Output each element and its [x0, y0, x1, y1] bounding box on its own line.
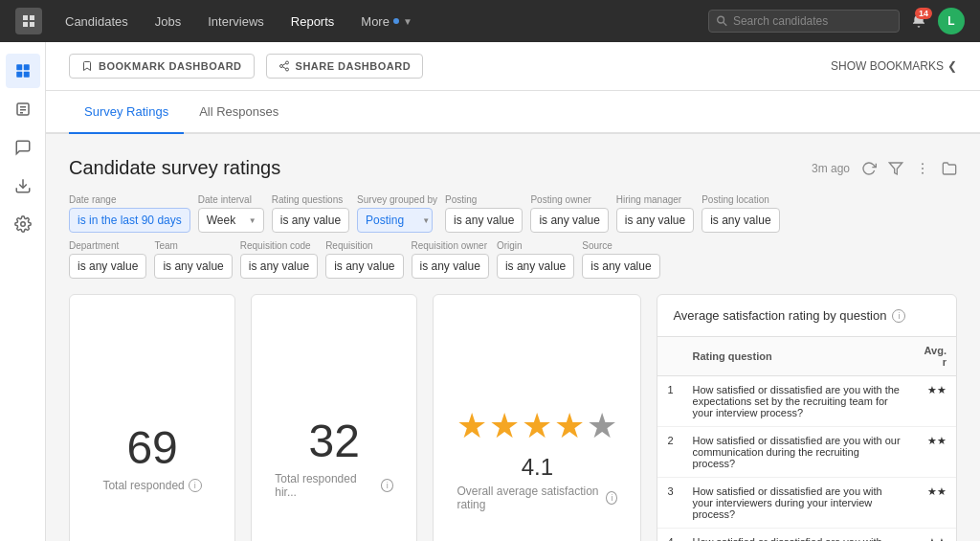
report-area: Candidate survey ratings 3m ago	[46, 134, 980, 541]
table-row: 1 How satisfied or dissatisfied are you …	[657, 376, 956, 427]
sidebar-item-dashboard[interactable]	[6, 54, 40, 88]
svg-point-19	[922, 168, 924, 169]
svg-point-13	[279, 65, 282, 68]
filter-source: Source is any value	[582, 240, 659, 279]
svg-rect-4	[16, 72, 22, 78]
team-select[interactable]: is any value	[154, 254, 232, 279]
hiring-manager-select[interactable]: is any value	[616, 208, 694, 233]
requisition-select[interactable]: is any value	[325, 254, 403, 279]
source-select[interactable]: is any value	[582, 254, 659, 279]
date-interval-select[interactable]: Week	[198, 208, 264, 233]
show-bookmarks-button[interactable]: SHOW BOOKMARKS ❮	[831, 59, 957, 73]
requisition-owner-select[interactable]: is any value	[412, 254, 489, 279]
overall-rating-value: 4.1	[522, 454, 553, 481]
star-2: ★	[489, 406, 520, 446]
star-3: ★	[522, 406, 552, 446]
search-input[interactable]	[733, 14, 891, 28]
bookmark-label: BOOKMARK DASHBOARD	[99, 60, 242, 72]
row-num: 4	[657, 529, 682, 542]
svg-point-20	[922, 171, 924, 173]
posting-label: Posting	[445, 194, 523, 205]
requisition-code-select[interactable]: is any value	[240, 254, 318, 279]
row-stars: ★★	[912, 478, 956, 529]
nav-candidates[interactable]: Candidates	[54, 9, 140, 34]
row-stars: ★★	[912, 529, 956, 542]
filter-date-range: Date range is in the last 90 days	[69, 194, 190, 233]
notification-count: 14	[915, 8, 932, 19]
metric-total-responded: 69 Total responded i	[69, 294, 235, 541]
row-stars: ★★	[912, 376, 956, 427]
user-avatar[interactable]: L	[938, 8, 965, 34]
sidebar-item-settings[interactable]	[6, 207, 40, 241]
department-select[interactable]: is any value	[69, 254, 146, 279]
nav-reports[interactable]: Reports	[279, 9, 346, 34]
nav-jobs[interactable]: Jobs	[144, 9, 192, 34]
metric-total-responded-hired: 32 Total responded hir... i	[251, 294, 417, 541]
table-row: 3 How satisfied or dissatisfied are you …	[657, 478, 956, 529]
team-label: Team	[154, 240, 232, 251]
more-options-icon[interactable]	[915, 161, 930, 176]
rating-table-title: Average satisfaction rating by question …	[657, 295, 956, 337]
row-question: How satisfied or dissatisfied are you wi…	[683, 478, 913, 529]
row-question: How satisfied or dissatisfied are you wi…	[683, 376, 913, 427]
tab-all-responses[interactable]: All Responses	[184, 91, 294, 134]
metrics-grid: 69 Total responded i 32 Total responded …	[69, 294, 957, 541]
posting-location-select[interactable]: is any value	[702, 208, 779, 233]
table-row: 4 How satisfied or dissatisfied are you …	[657, 529, 956, 542]
chevron-down-icon: ▼	[403, 16, 412, 27]
origin-select[interactable]: is any value	[497, 254, 574, 279]
filter-rating-questions: Rating questions is any value	[272, 194, 349, 233]
total-responded-value: 69	[126, 425, 177, 471]
sidebar-item-download[interactable]	[6, 169, 40, 203]
date-interval-wrapper: Week	[198, 208, 264, 233]
metric-overall-rating: ★ ★ ★ ★ ★ 4.1 Overall average satisfacti…	[433, 294, 641, 541]
search-box	[708, 10, 900, 33]
svg-point-12	[285, 61, 288, 64]
svg-rect-2	[16, 64, 22, 70]
folder-icon[interactable]	[942, 161, 957, 176]
app-logo[interactable]	[15, 8, 42, 34]
share-label: SHARE DASHBOARD	[296, 60, 412, 72]
filter-origin: Origin is any value	[497, 240, 574, 279]
sidebar-item-messages[interactable]	[6, 130, 40, 165]
filters-row-2: Department is any value Team is any valu…	[69, 240, 957, 279]
filter-hiring-manager: Hiring manager is any value	[616, 194, 694, 233]
filter-survey-grouped-by: Survey grouped by Posting	[357, 194, 437, 233]
posting-select[interactable]: is any value	[445, 208, 523, 233]
svg-line-16	[282, 63, 285, 65]
total-responded-label: Total responded i	[102, 479, 201, 492]
survey-grouped-by-select[interactable]: Posting	[357, 208, 433, 233]
filter-requisition-owner: Requisition owner is any value	[412, 240, 489, 279]
posting-owner-label: Posting owner	[530, 194, 608, 205]
nav-more[interactable]: More ▼	[349, 9, 424, 34]
rating-table: Rating question Avg. r 1 How satisfied o…	[657, 337, 956, 541]
table-col-question: Rating question	[683, 337, 913, 376]
svg-point-0	[718, 16, 724, 23]
nav-more-label: More	[361, 14, 390, 29]
overall-rating-info-icon: i	[606, 491, 617, 505]
sidebar-item-reports[interactable]	[6, 92, 40, 126]
rating-questions-select[interactable]: is any value	[272, 208, 349, 233]
nav-interviews[interactable]: Interviews	[196, 9, 276, 34]
date-range-select[interactable]: is in the last 90 days	[69, 208, 190, 233]
survey-grouped-by-wrapper: Posting	[357, 208, 437, 233]
notification-bell[interactable]: 14	[903, 6, 934, 36]
table-row: 2 How satisfied or dissatisfied are you …	[657, 427, 956, 478]
rating-table-card: Average satisfaction rating by question …	[657, 294, 957, 541]
report-title: Candidate survey ratings	[69, 157, 280, 179]
posting-owner-select[interactable]: is any value	[530, 208, 608, 233]
share-icon	[278, 60, 290, 72]
refresh-icon[interactable]	[861, 161, 877, 176]
bookmark-dashboard-button[interactable]: BOOKMARK DASHBOARD	[69, 54, 255, 79]
svg-marker-17	[889, 163, 902, 174]
row-num: 2	[657, 427, 682, 478]
filter-department: Department is any value	[69, 240, 146, 279]
search-icon	[717, 15, 727, 27]
requisition-code-label: Requisition code	[240, 240, 318, 251]
tab-survey-ratings[interactable]: Survey Ratings	[69, 91, 184, 134]
star-1: ★	[457, 406, 487, 446]
filter-date-interval: Date interval Week	[198, 194, 264, 233]
requisition-owner-label: Requisition owner	[412, 240, 489, 251]
share-dashboard-button[interactable]: SHARE DASHBOARD	[266, 54, 424, 79]
filter-icon[interactable]	[888, 161, 903, 176]
